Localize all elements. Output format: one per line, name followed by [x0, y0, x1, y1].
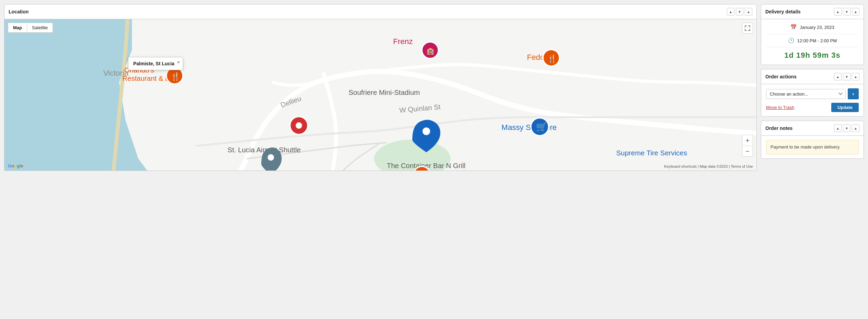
map-tab-satellite[interactable]: Satellite	[27, 23, 53, 32]
map-popup: × Palmiste, St Lucia	[128, 57, 183, 70]
delivery-title: Delivery details	[765, 9, 801, 14]
svg-text:🛒: 🛒	[536, 121, 547, 132]
google-logo: Google	[8, 163, 23, 168]
order-actions-header: Order actions ▲ ▼ ▲	[761, 69, 864, 84]
order-notes-panel: Order notes ▲ ▼ ▲ Payment to be made upo…	[761, 121, 864, 159]
svg-point-24	[296, 122, 302, 129]
location-title: Location	[9, 9, 28, 14]
order-actions-panel: Order actions ▲ ▼ ▲ Choose an action... …	[761, 69, 864, 117]
action-go-btn[interactable]: ›	[848, 88, 859, 99]
map-popup-close-btn[interactable]: ×	[177, 59, 180, 65]
order-notes-expand-btn[interactable]: ▲	[852, 124, 859, 132]
map-zoom-controls: + −	[742, 135, 753, 157]
location-panel-header: Location ▲ ▼ ▲	[4, 4, 756, 19]
map-tab-map[interactable]: Map	[8, 23, 27, 32]
delivery-time: 12:00 PM - 2:00 PM	[797, 38, 837, 43]
svg-text:🍴: 🍴	[171, 72, 180, 81]
calendar-icon: 📅	[790, 24, 797, 30]
svg-text:Supreme Tire Services: Supreme Tire Services	[616, 149, 687, 157]
action-select[interactable]: Choose an action...	[766, 89, 846, 99]
delivery-divider-1	[767, 34, 858, 34]
order-actions-title: Order actions	[765, 74, 797, 79]
delivery-expand-btn[interactable]: ▲	[852, 8, 859, 15]
location-controls: ▲ ▼ ▲	[727, 8, 752, 15]
order-notes-content: Payment to be made upon delivery.	[761, 136, 864, 158]
delivery-collapse-up-btn[interactable]: ▲	[834, 8, 842, 15]
left-panel: Location ▲ ▼ ▲	[4, 4, 757, 315]
delivery-details-header: Delivery details ▲ ▼ ▲	[761, 4, 864, 19]
svg-text:🏨: 🏨	[426, 47, 435, 55]
order-note-text: Payment to be made upon delivery.	[766, 140, 859, 154]
order-actions-collapse-up-btn[interactable]: ▲	[834, 73, 842, 80]
delivery-controls: ▲ ▼ ▲	[834, 8, 859, 15]
collapse-up-btn[interactable]: ▲	[727, 8, 734, 15]
delivery-content: 📅 January 23, 2023 🕐 12:00 PM - 2:00 PM …	[761, 19, 864, 65]
delivery-collapse-down-btn[interactable]: ▼	[843, 8, 850, 15]
delivery-divider-2	[767, 47, 858, 47]
map-popup-title: Palmiste, St Lucia	[133, 61, 178, 66]
order-notes-controls: ▲ ▼ ▲	[834, 124, 859, 132]
update-btn[interactable]: Update	[831, 103, 859, 112]
order-actions-expand-btn[interactable]: ▲	[852, 73, 859, 80]
map-container: Victoria Dellieu W Quinlan St Soufriere …	[4, 19, 756, 170]
delivery-date: January 23, 2023	[800, 25, 834, 30]
expand-btn[interactable]: ▲	[745, 8, 752, 15]
svg-point-34	[268, 154, 274, 161]
order-notes-header: Order notes ▲ ▼ ▲	[761, 121, 864, 136]
order-notes-collapse-up-btn[interactable]: ▲	[834, 124, 842, 132]
delivery-details-panel: Delivery details ▲ ▼ ▲ 📅 January 23, 202…	[761, 4, 864, 65]
collapse-down-btn[interactable]: ▼	[736, 8, 743, 15]
delivery-date-row: 📅 January 23, 2023	[767, 24, 858, 30]
location-panel: Location ▲ ▼ ▲	[4, 4, 757, 171]
order-notes-collapse-down-btn[interactable]: ▼	[843, 124, 850, 132]
svg-text:Soufriere Mini-Stadium: Soufriere Mini-Stadium	[349, 89, 420, 96]
order-actions-content: Choose an action... › Move to Trash Upda…	[761, 84, 864, 116]
zoom-out-btn[interactable]: −	[742, 146, 753, 157]
svg-point-25	[422, 128, 430, 135]
delivery-time-row: 🕐 12:00 PM - 2:00 PM	[767, 37, 858, 44]
right-panel: Delivery details ▲ ▼ ▲ 📅 January 23, 202…	[761, 4, 864, 315]
svg-text:🍴: 🍴	[547, 54, 557, 63]
map-footer: Keyboard shortcuts | Map data ©2023 | Te…	[664, 164, 753, 168]
delivery-countdown: 1d 19h 59m 3s	[784, 51, 840, 60]
order-actions-controls: ▲ ▼ ▲	[834, 73, 859, 80]
map-fullscreen-btn[interactable]	[742, 23, 753, 34]
zoom-in-btn[interactable]: +	[742, 135, 753, 146]
move-to-trash-btn[interactable]: Move to Trash	[766, 105, 794, 110]
action-select-row: Choose an action... ›	[766, 88, 859, 99]
svg-text:Frenz: Frenz	[393, 37, 413, 46]
map-toolbar: Map Satellite	[8, 23, 53, 33]
bottom-spacer	[4, 171, 757, 178]
action-footer: Move to Trash Update	[766, 103, 859, 112]
order-notes-title: Order notes	[765, 125, 792, 131]
order-actions-collapse-down-btn[interactable]: ▼	[843, 73, 850, 80]
clock-icon: 🕐	[788, 37, 795, 44]
